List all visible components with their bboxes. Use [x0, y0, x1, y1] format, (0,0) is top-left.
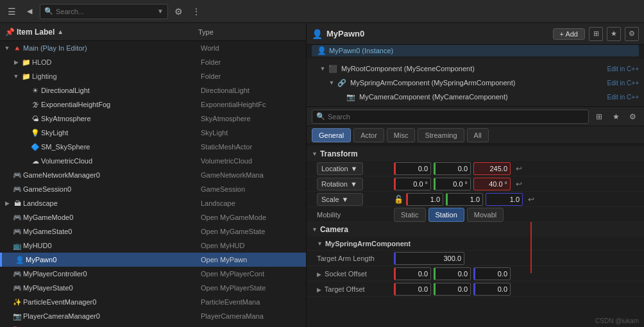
star-filter-button[interactable]: ★ [609, 110, 622, 123]
location-x-input[interactable] [394, 162, 431, 175]
thumbnail-view-button[interactable]: ⊞ [589, 27, 603, 41]
comp-springarm[interactable]: ▼ 🔗 MySpringArmComponent (MySpringArmCom… [307, 76, 644, 90]
tree-item-pcmgr[interactable]: 📷 PlayerCameraManager0 PlayerCameraMana [0, 309, 306, 323]
tree-item-playstart[interactable]: 🚩 PlayerStartPIE0 PlayerStartPIE [0, 323, 306, 327]
tree-item-fog[interactable]: 🌫 ExponentialHeightFog ExponentialHeight… [0, 97, 306, 112]
static-mobility-button[interactable]: Static [394, 208, 426, 222]
hlod-icon: 📁 [21, 58, 32, 67]
spring-arm-subsection[interactable]: ▼ MySpringArmComponent [307, 237, 644, 251]
scale-z-input[interactable] [486, 193, 523, 206]
details-settings-button[interactable]: ⚙ [626, 110, 639, 123]
details-search-box[interactable]: 🔍 [312, 110, 589, 124]
mobility-controls: Static Station Movabl [394, 208, 639, 222]
tree-item-playerctrl[interactable]: 🎮 MyPlayerController0 Open MyPlayerCont [0, 267, 306, 281]
tree-item-netmgr[interactable]: 🎮 GameNetworkManager0 GameNetworkMana [0, 168, 306, 182]
menu-button[interactable]: ☰ [4, 4, 19, 19]
socket-z-input[interactable] [473, 267, 511, 280]
gm-type: Open MyGameMode [201, 214, 303, 221]
vc-icon: ☁ [30, 157, 41, 165]
hlod-type: Folder [201, 58, 303, 66]
expand-root-icon[interactable]: ▼ [318, 65, 327, 72]
grid-view-button[interactable]: ⊞ [593, 110, 606, 123]
stationary-mobility-button[interactable]: Station [428, 208, 464, 222]
tree-item-skysphere[interactable]: 🔷 SM_SkySphere StaticMeshActor [0, 140, 306, 154]
star-button[interactable]: ★ [607, 27, 621, 41]
tree-item-hud[interactable]: 📺 MyHUD0 Open MyHUD [0, 239, 306, 253]
camera-title: Camera [320, 225, 348, 234]
location-reset-button[interactable]: ↩ [513, 163, 525, 174]
scale-lock-icon[interactable]: 🔓 [394, 195, 403, 204]
expand-ls-icon[interactable]: ▶ [3, 200, 12, 206]
scale-x-input[interactable] [406, 193, 443, 206]
tab-general[interactable]: General [312, 128, 351, 142]
expand-main-icon[interactable]: ▼ [3, 45, 12, 51]
target-arm-input[interactable] [394, 252, 464, 265]
tree-item-gamesession[interactable]: 🎮 GameSession0 GameSession [0, 182, 306, 196]
fog-icon: 🌫 [30, 101, 41, 108]
tree-item-volcloud[interactable]: ☁ VolumetricCloud VolumetricCloud [0, 154, 306, 168]
fog-type: ExponentialHeightFc [201, 101, 303, 108]
tree-item-gamemode[interactable]: 🎮 MyGameMode0 Open MyGameMode [0, 210, 306, 224]
rotation-z-input[interactable] [473, 178, 511, 190]
target-z-input[interactable] [473, 283, 511, 296]
tree-item-mypawn[interactable]: 👤 MyPawn0 Open MyPawn [0, 253, 306, 267]
filter-tabs: General Actor Misc Streaming All [307, 126, 644, 144]
tree-item-playerstate[interactable]: 🎮 MyPlayerState0 Open MyPlayerState [0, 281, 306, 295]
location-y-input[interactable] [434, 162, 471, 175]
tab-all[interactable]: All [467, 128, 489, 142]
tab-streaming[interactable]: Streaming [418, 128, 464, 142]
settings-detail-button[interactable]: ⚙ [625, 27, 639, 41]
tree-item-directionallight[interactable]: ☀ DirectionalLight DirectionalLight [0, 83, 306, 97]
item-label-header[interactable]: Item Label ▲ [17, 28, 196, 37]
cam-edit-cpp[interactable]: Edit in C++ [607, 94, 639, 101]
add-component-button[interactable]: + Add [553, 28, 585, 40]
camera-section-header[interactable]: ▼ Camera [307, 222, 644, 237]
settings-icon[interactable]: ⚙ [171, 4, 186, 19]
rotation-x-input[interactable] [394, 178, 431, 190]
socket-y-input[interactable] [434, 267, 471, 280]
tab-actor[interactable]: Actor [353, 128, 384, 142]
tree-item-skyatmo[interactable]: 🌤 SkyAtmosphere SkyAtmosphere [0, 112, 306, 126]
spring-edit-cpp[interactable]: Edit in C++ [607, 80, 639, 87]
tree-item-particle[interactable]: ✨ ParticleEventManager0 ParticleEventMan… [0, 295, 306, 309]
location-dropdown[interactable]: Location ▼ [317, 162, 363, 175]
dl-type: DirectionalLight [201, 87, 303, 94]
tree-item-gamestate[interactable]: 🎮 MyGameState0 Open MyGameState [0, 224, 306, 239]
rotation-y-input[interactable] [434, 178, 471, 190]
location-z-input[interactable] [473, 162, 511, 175]
comp-root[interactable]: ▼ ⬛ MyRootComponent (MySceneComponent) E… [307, 62, 644, 76]
root-edit-cpp[interactable]: Edit in C++ [607, 65, 639, 72]
tree-item-lighting[interactable]: ▼ 📁 Lighting Folder [0, 69, 306, 83]
tree-item-skylight[interactable]: 💡 SkyLight SkyLight [0, 126, 306, 140]
details-search-input[interactable] [328, 113, 584, 121]
grid-icon[interactable]: ⋮ [189, 4, 204, 19]
tree-item-landscape[interactable]: ▶ 🏔 Landscape Landscape [0, 196, 306, 210]
rotation-dropdown[interactable]: Rotation ▼ [317, 178, 363, 190]
component-tree: ▼ ⬛ MyRootComponent (MySceneComponent) E… [307, 59, 644, 107]
scale-y-input[interactable] [446, 193, 483, 206]
scale-reset-button[interactable]: ↩ [525, 194, 537, 205]
scale-dropdown[interactable]: Scale ▼ [317, 193, 363, 206]
toolbar-search-input[interactable] [56, 8, 155, 15]
movable-mobility-button[interactable]: Movabl [467, 208, 504, 222]
hlod-label: HLOD [32, 58, 201, 66]
socket-x-input[interactable] [394, 267, 431, 280]
target-x-input[interactable] [394, 283, 431, 296]
toolbar-search[interactable]: 🔍 ▼ [40, 4, 168, 19]
details-title: MyPawn0 [326, 29, 364, 38]
transform-section-header[interactable]: ▼ Transform [307, 147, 644, 161]
comp-camera[interactable]: 📷 MyCameraComponent (MyCameraComponent) … [307, 90, 644, 104]
hud-icon: 📺 [12, 242, 23, 250]
target-y-input[interactable] [434, 283, 471, 296]
tree-item-main[interactable]: ▼ 🔺 Main (Play In Editor) World [0, 41, 306, 55]
expand-hlod-icon[interactable]: ▶ [12, 59, 21, 65]
expand-lighting-icon[interactable]: ▼ [12, 73, 21, 80]
rotation-row: Rotation ▼ ↩ [307, 176, 644, 192]
location-row: Location ▼ ↩ [307, 161, 644, 176]
rotation-reset-button[interactable]: ↩ [513, 178, 525, 190]
pem-label: ParticleEventManager0 [23, 298, 201, 306]
tree-item-hlod[interactable]: ▶ 📁 HLOD Folder [0, 55, 306, 69]
target-arm-label: Target Arm Length [317, 255, 394, 262]
tab-misc[interactable]: Misc [387, 128, 416, 142]
expand-spring-icon[interactable]: ▼ [327, 80, 336, 86]
